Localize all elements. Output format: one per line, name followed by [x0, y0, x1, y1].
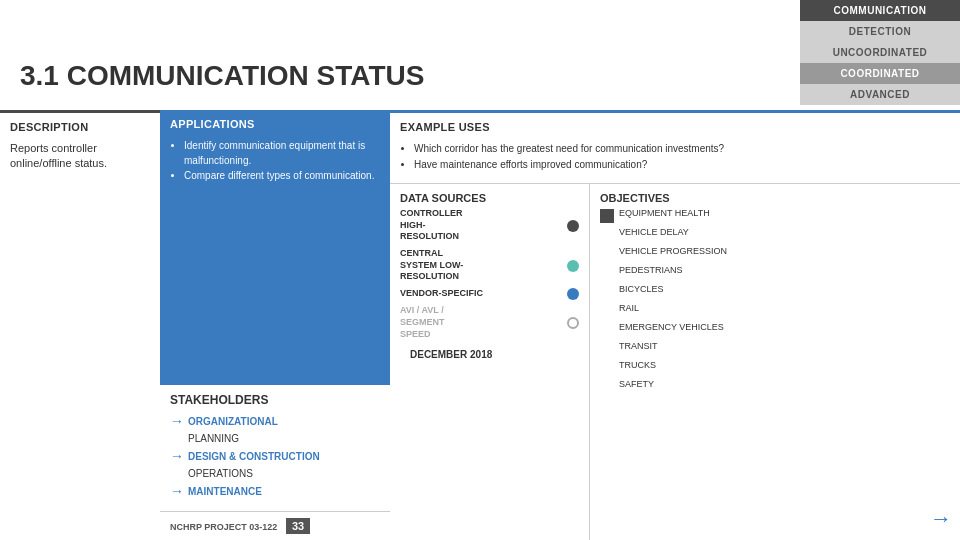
stakeholder-design: → DESIGN & CONSTRUCTION: [170, 448, 380, 464]
dot-vendor: [567, 288, 579, 300]
obj-bicycles: BICYCLES: [600, 284, 950, 299]
obj-equipment-health: EQUIPMENT HEALTH: [600, 208, 950, 223]
ds-controller: CONTROLLER HIGH-RESOLUTION: [400, 208, 579, 243]
applications-header: APPLICATIONS: [160, 110, 390, 134]
example-item-1: Which corridor has the greatest need for…: [414, 141, 950, 157]
stakeholder-organizational: → ORGANIZATIONAL: [170, 413, 380, 429]
description-column: DESCRIPTION Reports controller online/of…: [0, 110, 160, 540]
ds-vendor: VENDOR-SPECIFIC: [400, 288, 579, 300]
dot-avi: [567, 317, 579, 329]
arrow-organizational: →: [170, 413, 184, 429]
nav-sidebar: COMMUNICATION DETECTION UNCOORDINATED CO…: [800, 0, 960, 105]
obj-bar-vehicle-delay: [600, 228, 614, 242]
data-sources-title: DATA SOURCES: [400, 192, 579, 204]
obj-bar-rail: [600, 304, 614, 318]
main-content: DESCRIPTION Reports controller online/of…: [0, 110, 960, 540]
data-sources-column: DATA SOURCES CONTROLLER HIGH-RESOLUTION …: [390, 184, 590, 540]
nav-uncoordinated[interactable]: UNCOORDINATED: [800, 42, 960, 63]
examples-column: EXAMPLE USES Which corridor has the grea…: [390, 110, 960, 540]
bottom-row: DATA SOURCES CONTROLLER HIGH-RESOLUTION …: [390, 184, 960, 540]
page-title: 3.1 COMMUNICATION STATUS: [20, 60, 424, 92]
obj-bar-vehicle-prog: [600, 247, 614, 261]
applications-body: Identify communication equipment that is…: [160, 134, 390, 385]
stakeholders-title: STAKEHOLDERS: [170, 393, 380, 407]
stakeholder-planning: PLANNING: [170, 433, 380, 444]
objectives-title: OBJECTIVES: [600, 192, 950, 204]
objectives-column: OBJECTIVES EQUIPMENT HEALTH VEHICLE DELA…: [590, 184, 960, 540]
ds-avi: AVI / AVL /SEGMENTSPEED: [400, 305, 579, 340]
obj-bar-trucks: [600, 361, 614, 375]
nav-coordinated[interactable]: COORDINATED: [800, 63, 960, 84]
description-header: DESCRIPTION: [10, 121, 150, 133]
obj-pedestrians: PEDESTRIANS: [600, 265, 950, 280]
description-text: Reports controller online/offline status…: [10, 141, 150, 172]
app-item-1: Identify communication equipment that is…: [184, 138, 380, 168]
obj-safety: SAFETY: [600, 379, 950, 394]
dot-controller: [567, 220, 579, 232]
example-uses-header: EXAMPLE USES: [390, 113, 960, 137]
obj-rail: RAIL: [600, 303, 950, 318]
obj-emergency: EMERGENCY VEHICLES: [600, 322, 950, 337]
obj-bar-pedestrians: [600, 266, 614, 280]
app-item-2: Compare different types of communication…: [184, 168, 380, 183]
stakeholders-section: STAKEHOLDERS → ORGANIZATIONAL PLANNING →…: [160, 385, 390, 511]
applications-column: APPLICATIONS Identify communication equi…: [160, 110, 390, 540]
obj-vehicle-progression: VEHICLE PROGRESSION: [600, 246, 950, 261]
obj-bar-equipment: [600, 209, 614, 223]
arrow-design: →: [170, 448, 184, 464]
nav-advanced[interactable]: ADVANCED: [800, 84, 960, 105]
obj-bar-safety: [600, 380, 614, 394]
arrow-maintenance: →: [170, 483, 184, 499]
ds-central: CENTRALSYSTEM LOW-RESOLUTION: [400, 248, 579, 283]
example-item-2: Have maintenance efforts improved commun…: [414, 157, 950, 173]
nav-communication[interactable]: COMMUNICATION: [800, 0, 960, 21]
obj-bar-transit: [600, 342, 614, 356]
obj-vehicle-delay: VEHICLE DELAY: [600, 227, 950, 242]
date-footer: DECEMBER 2018: [400, 345, 579, 364]
obj-bar-bicycles: [600, 285, 614, 299]
page-number: 33: [286, 518, 310, 534]
obj-trucks: TRUCKS: [600, 360, 950, 375]
nav-detection[interactable]: DETECTION: [800, 21, 960, 42]
nchrp-footer: NCHRP PROJECT 03-122 33: [160, 511, 390, 540]
example-uses-body: Which corridor has the greatest need for…: [390, 137, 960, 184]
obj-transit: TRANSIT: [600, 341, 950, 356]
dot-central: [567, 260, 579, 272]
stakeholder-operations: OPERATIONS: [170, 468, 380, 479]
stakeholder-maintenance: → MAINTENANCE: [170, 483, 380, 499]
next-arrow[interactable]: →: [930, 506, 952, 532]
obj-bar-emergency: [600, 323, 614, 337]
nchrp-label: NCHRP PROJECT 03-122: [170, 522, 277, 532]
